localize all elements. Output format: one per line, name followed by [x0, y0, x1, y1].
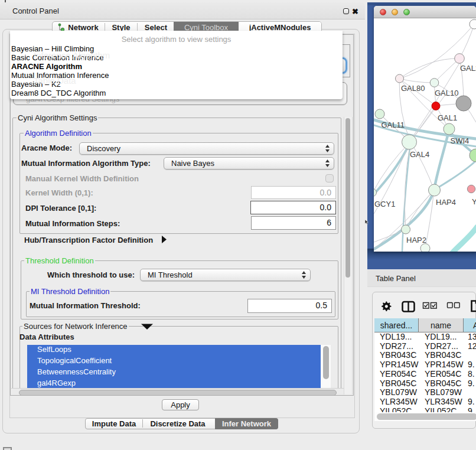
svg-text:Y: Y — [472, 197, 476, 206]
svg-text:HAP4: HAP4 — [436, 198, 456, 207]
svg-text:GAL1: GAL1 — [438, 113, 457, 122]
svg-text:GCY1: GCY1 — [374, 200, 395, 208]
svg-text:GAL4: GAL4 — [410, 150, 429, 159]
svg-text:GAL11: GAL11 — [382, 120, 405, 129]
svg-text:SWI4: SWI4 — [451, 136, 470, 145]
svg-text:GAL10: GAL10 — [435, 89, 458, 97]
svg-text:HAP2: HAP2 — [406, 236, 426, 244]
svg-text:GAL80: GAL80 — [401, 84, 425, 93]
svg-text:GAL2: GAL2 — [460, 64, 476, 73]
